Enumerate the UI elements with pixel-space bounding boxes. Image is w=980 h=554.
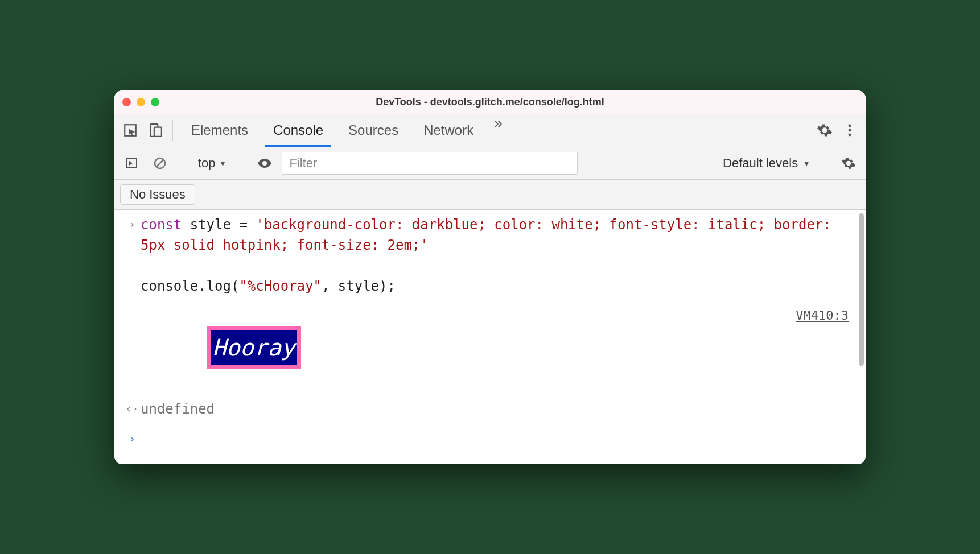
settings-gear-icon[interactable] bbox=[813, 119, 836, 142]
tab-sources[interactable]: Sources bbox=[336, 114, 411, 147]
kebab-menu-icon[interactable] bbox=[838, 119, 861, 142]
console-settings-gear-icon[interactable] bbox=[837, 152, 860, 175]
no-issues-button[interactable]: No Issues bbox=[120, 184, 195, 205]
scrollbar[interactable] bbox=[859, 213, 864, 366]
console-body: › const style = 'background-color: darkb… bbox=[114, 210, 866, 464]
devtools-tabstrip: Elements Console Sources Network » bbox=[114, 114, 866, 147]
more-tabs-icon[interactable]: » bbox=[486, 114, 510, 147]
svg-point-4 bbox=[849, 129, 851, 132]
close-icon[interactable] bbox=[122, 98, 131, 106]
devtools-window: DevTools - devtools.glitch.me/console/lo… bbox=[114, 90, 866, 464]
code-keyword: const bbox=[141, 217, 182, 233]
source-link[interactable]: VM410:3 bbox=[796, 306, 849, 323]
console-return-row: ‹· undefined bbox=[114, 394, 866, 424]
svg-line-8 bbox=[157, 160, 163, 167]
tab-console[interactable]: Console bbox=[261, 114, 336, 147]
level-label: Default levels bbox=[723, 156, 798, 171]
context-label: top bbox=[198, 156, 216, 171]
console-input-row: › const style = 'background-color: darkb… bbox=[114, 210, 866, 301]
minimize-icon[interactable] bbox=[137, 98, 145, 106]
return-value: undefined bbox=[141, 399, 849, 419]
chevron-down-icon: ▼ bbox=[219, 159, 227, 168]
code-rest: , style); bbox=[322, 278, 396, 294]
issues-bar: No Issues bbox=[114, 180, 866, 210]
code-call: console.log( bbox=[141, 278, 239, 294]
device-toolbar-icon[interactable] bbox=[144, 119, 167, 142]
window-traffic-lights bbox=[122, 98, 159, 106]
devtools-tabs: Elements Console Sources Network » bbox=[179, 114, 510, 147]
styled-log-output: Hooray bbox=[207, 326, 302, 369]
execution-context-select[interactable]: top ▼ bbox=[195, 156, 230, 171]
return-chevron-icon: ‹· bbox=[123, 399, 141, 417]
clear-console-icon[interactable] bbox=[149, 152, 171, 175]
chevron-down-icon: ▼ bbox=[802, 159, 810, 168]
console-output: Hooray bbox=[141, 306, 796, 389]
titlebar: DevTools - devtools.glitch.me/console/lo… bbox=[114, 90, 866, 114]
inspect-element-icon[interactable] bbox=[119, 119, 142, 142]
log-level-select[interactable]: Default levels ▼ bbox=[723, 156, 814, 171]
console-toolbar: top ▼ Default levels ▼ bbox=[114, 147, 866, 180]
svg-point-5 bbox=[849, 134, 851, 137]
divider bbox=[172, 120, 173, 141]
prompt-chevron-icon: › bbox=[123, 429, 141, 447]
console-output-row: Hooray VM410:3 bbox=[114, 301, 866, 394]
output-gutter bbox=[123, 306, 141, 307]
tab-elements[interactable]: Elements bbox=[179, 114, 261, 147]
filter-input[interactable] bbox=[282, 152, 578, 175]
svg-point-3 bbox=[849, 125, 851, 127]
input-chevron-icon: › bbox=[123, 214, 141, 233]
console-sidebar-toggle-icon[interactable] bbox=[120, 152, 143, 175]
maximize-icon[interactable] bbox=[151, 98, 159, 106]
live-expression-eye-icon[interactable] bbox=[253, 152, 276, 175]
code-arg: "%cHooray" bbox=[239, 278, 322, 294]
svg-rect-2 bbox=[154, 127, 162, 137]
console-code: const style = 'background-color: darkblu… bbox=[141, 214, 849, 296]
tab-network[interactable]: Network bbox=[411, 114, 486, 147]
code-var: style = bbox=[182, 217, 256, 233]
console-prompt-row[interactable]: › bbox=[114, 424, 866, 464]
window-title: DevTools - devtools.glitch.me/console/lo… bbox=[114, 96, 866, 108]
svg-point-9 bbox=[262, 161, 267, 166]
